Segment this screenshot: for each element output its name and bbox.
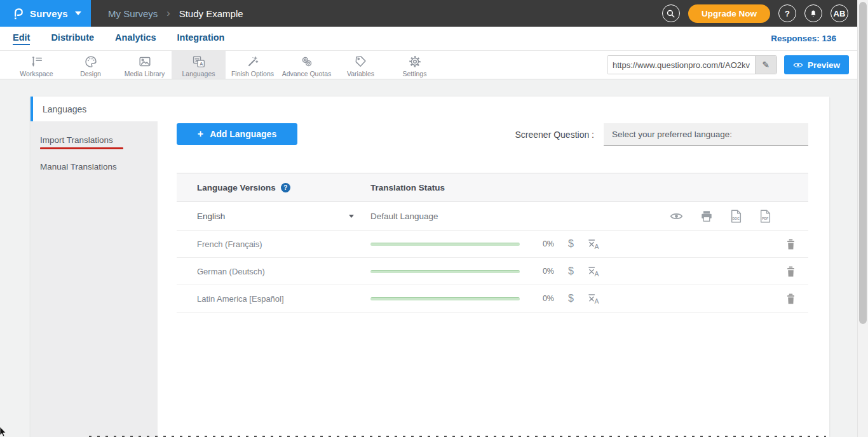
screener-question-select[interactable]: Select your preferred language: — [604, 123, 808, 146]
auto-translate-icon: A — [587, 238, 600, 250]
translation-percent: 0% — [536, 294, 554, 303]
toolbar-label: Settings — [403, 70, 427, 77]
toolbar-item-design[interactable]: Design — [64, 51, 118, 79]
view-survey-button[interactable] — [670, 212, 683, 220]
magic-wand-icon — [246, 55, 260, 69]
default-language-status: Default Language — [370, 212, 438, 221]
toolbar-item-advance-quotas[interactable]: Advance Quotas — [280, 51, 334, 79]
trash-icon — [786, 266, 796, 277]
translation-progress-bar — [370, 270, 520, 273]
translation-cost-dollar-icon[interactable]: $ — [568, 238, 574, 250]
toolbar-label: Variables — [347, 70, 374, 77]
user-avatar[interactable]: AB — [831, 4, 848, 22]
add-languages-button[interactable]: + Add Languages — [177, 123, 297, 145]
notifications-button[interactable] — [804, 4, 822, 22]
help-button[interactable]: ? — [778, 4, 796, 22]
print-icon — [700, 210, 713, 222]
svg-text:A: A — [594, 270, 599, 277]
upgrade-now-button[interactable]: Upgrade Now — [688, 4, 770, 23]
search-button[interactable] — [662, 4, 680, 22]
delete-language-button[interactable] — [786, 293, 796, 304]
auto-translate-button[interactable]: A — [587, 266, 600, 278]
delete-language-button[interactable] — [786, 266, 796, 277]
toolbar-item-languages[interactable]: A Languages — [172, 51, 226, 79]
toolbar-item-media-library[interactable]: Media Library — [118, 51, 172, 79]
tab-integration[interactable]: Integration — [177, 32, 225, 45]
default-language-row: English Default Language — [177, 202, 808, 231]
sidebar-item-manual-translations[interactable]: Manual Translations — [31, 156, 158, 178]
screener-question-label: Screener Question : — [515, 130, 594, 140]
questionpro-logo-icon — [11, 6, 24, 21]
translation-percent: 0% — [536, 239, 554, 248]
language-versions-table: Language Versions ? Translation Status E… — [177, 173, 808, 313]
toolbar-item-workspace[interactable]: Workspace — [10, 51, 64, 79]
preview-button[interactable]: Preview — [784, 55, 849, 74]
toolbar-item-variables[interactable]: Variables — [334, 51, 388, 79]
toolbar-item-settings[interactable]: Settings — [388, 51, 442, 79]
section-nav: Edit Distribute Analytics Integration Re… — [0, 27, 857, 51]
scrollbar-thumb[interactable] — [859, 2, 867, 324]
sidebar-title: Languages — [31, 97, 158, 121]
pencil-icon: ✎ — [763, 60, 770, 70]
svg-text:A: A — [199, 61, 203, 67]
translation-percent: 0% — [536, 267, 554, 276]
auto-translate-button[interactable]: A — [587, 238, 600, 250]
header-language-versions: Language Versions ? — [177, 183, 370, 192]
edit-url-button[interactable]: ✎ — [755, 56, 776, 74]
vertical-scrollbar[interactable] — [857, 0, 868, 437]
doc-file-icon: DOC — [730, 210, 742, 223]
breadcrumb-my-surveys[interactable]: My Surveys — [108, 8, 158, 19]
language-rows: French (Français) 0% $ A German (Deutsch… — [177, 231, 808, 313]
default-language-select[interactable]: English — [177, 212, 370, 221]
chain-links-icon — [300, 55, 314, 69]
toolbar-label: Advance Quotas — [282, 70, 332, 77]
export-doc-button[interactable]: DOC — [730, 210, 742, 223]
responses-count[interactable]: Responses: 136 — [771, 34, 836, 43]
content-top-row: + Add Languages Screener Question : Sele… — [177, 123, 808, 146]
trash-icon — [786, 293, 796, 304]
red-highlight-underline — [40, 147, 123, 149]
product-name: Surveys — [30, 8, 68, 19]
product-switcher[interactable]: Surveys — [0, 0, 91, 27]
help-icon[interactable]: ? — [281, 183, 290, 192]
languages-panel: Languages Import Translations Manual Tra… — [31, 97, 829, 437]
tab-analytics[interactable]: Analytics — [115, 32, 156, 45]
tab-edit[interactable]: Edit — [13, 32, 30, 45]
questionpro-app: Surveys My Surveys › Study Example Upgra… — [0, 0, 868, 437]
workspace-icon — [30, 55, 44, 69]
translation-cost-dollar-icon[interactable]: $ — [568, 293, 574, 304]
translation-progress-bar — [370, 243, 520, 246]
topbar-actions: Upgrade Now ? AB — [662, 4, 857, 23]
section-tabs: Edit Distribute Analytics Integration — [13, 32, 224, 45]
gear-icon — [408, 55, 422, 69]
toolbar-item-finish-options[interactable]: Finish Options — [226, 51, 280, 79]
auto-translate-button[interactable]: A — [587, 293, 600, 305]
breadcrumb-current-survey: Study Example — [179, 8, 243, 19]
plus-icon: + — [198, 128, 203, 140]
language-version-row: Latin America [Español] 0% $ A — [177, 285, 808, 313]
language-name-cell: Latin America [Español] — [177, 294, 370, 304]
topbar: Surveys My Surveys › Study Example Upgra… — [0, 0, 857, 27]
toolbar-items: Workspace Design Media Library — [10, 51, 442, 79]
translation-cost-dollar-icon[interactable]: $ — [568, 266, 574, 277]
language-name: Latin America [Español] — [197, 294, 284, 304]
language-name: German (Deutsch) — [197, 267, 265, 276]
sidebar-item-import-translations[interactable]: Import Translations — [31, 129, 158, 156]
tab-distribute[interactable]: Distribute — [51, 32, 94, 45]
toolbar-right: ✎ Preview — [607, 51, 857, 79]
delete-language-button[interactable] — [786, 239, 796, 250]
survey-url-box: ✎ — [607, 55, 777, 74]
search-icon — [666, 9, 675, 18]
toolbar-label: Finish Options — [231, 70, 274, 77]
export-pdf-button[interactable]: PDF — [759, 210, 771, 223]
default-row-actions: DOC PDF — [670, 210, 771, 223]
svg-text:A: A — [594, 243, 599, 250]
sidebar-item-label: Manual Translations — [40, 162, 117, 171]
sidebar-item-label: Import Translations — [40, 135, 113, 145]
header-translation-status: Translation Status — [370, 183, 445, 192]
survey-url-input[interactable] — [607, 56, 755, 74]
print-button[interactable] — [700, 210, 713, 222]
language-name-cell: German (Deutsch) — [177, 267, 370, 276]
language-version-row: French (Français) 0% $ A — [177, 231, 808, 258]
languages-content: + Add Languages Screener Question : Sele… — [158, 123, 829, 313]
